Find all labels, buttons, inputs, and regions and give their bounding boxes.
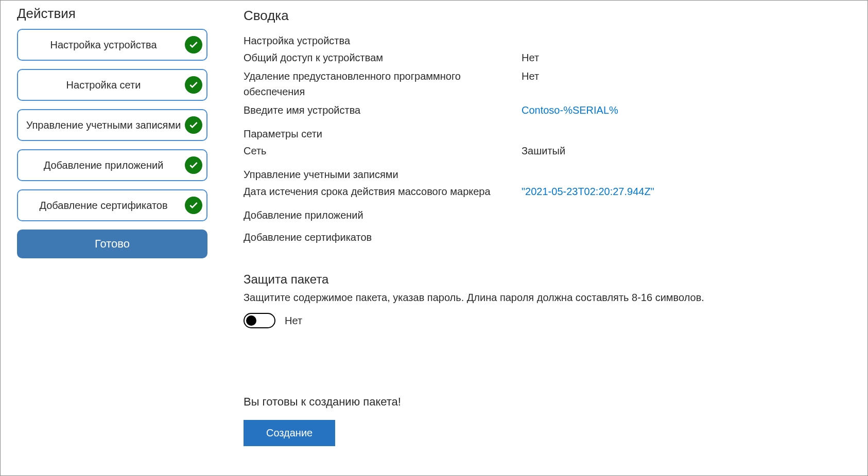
step-network-setup[interactable]: Настройка сети <box>17 69 207 101</box>
actions-sidebar: Действия Настройка устройства Настройка … <box>17 6 207 465</box>
checkmark-icon <box>185 76 202 94</box>
section-certs: Добавление сертификатов <box>244 232 851 243</box>
step-add-apps[interactable]: Добавление приложений <box>17 149 207 181</box>
row-label: Удаление предустановленного программного… <box>244 68 522 99</box>
summary-panel: Сводка Настройка устройства Общий доступ… <box>244 6 851 465</box>
row-label: Дата истечения срока действия массового … <box>244 184 522 199</box>
row-token-expiry: Дата истечения срока действия массового … <box>244 184 851 199</box>
step-label: Добавление сертификатов <box>39 200 167 211</box>
sidebar-title: Действия <box>17 6 207 22</box>
checkmark-icon <box>185 36 202 54</box>
protect-toggle-row: Нет <box>244 313 851 328</box>
ready-button[interactable]: Готово <box>17 230 207 258</box>
ready-text: Вы готовы к созданию пакета! <box>244 395 851 409</box>
row-value: Contoso-%SERIAL% <box>522 102 618 118</box>
step-label: Настройка устройства <box>50 39 157 51</box>
row-label: Сеть <box>244 143 522 158</box>
protect-toggle[interactable] <box>244 313 275 328</box>
step-device-setup[interactable]: Настройка устройства <box>17 29 207 61</box>
row-label: Общий доступ к устройствам <box>244 50 522 65</box>
row-device-name: Введите имя устройства Contoso-%SERIAL% <box>244 102 851 118</box>
row-shared-access: Общий доступ к устройствам Нет <box>244 50 851 65</box>
checkmark-icon <box>185 116 202 134</box>
row-value: Нет <box>522 50 539 65</box>
step-label: Добавление приложений <box>44 160 164 171</box>
checkmark-icon <box>185 156 202 174</box>
row-label: Введите имя устройства <box>244 102 522 118</box>
row-value: Нет <box>522 68 539 99</box>
section-accounts: Управление учетными записями <box>244 169 851 181</box>
protect-description: Защитите содержимое пакета, указав парол… <box>244 292 851 304</box>
row-value: Зашитый <box>522 143 565 158</box>
row-remove-software: Удаление предустановленного программного… <box>244 68 851 99</box>
summary-title: Сводка <box>244 8 851 24</box>
step-label: Управление учетными записями <box>26 119 181 131</box>
create-button[interactable]: Создание <box>244 420 335 446</box>
step-add-certificates[interactable]: Добавление сертификатов <box>17 189 207 221</box>
protect-toggle-label: Нет <box>285 315 302 327</box>
step-label: Настройка сети <box>66 79 141 91</box>
checkmark-icon <box>185 197 202 214</box>
section-apps: Добавление приложений <box>244 209 851 221</box>
row-network: Сеть Зашитый <box>244 143 851 158</box>
section-device-setup: Настройка устройства <box>244 35 851 47</box>
protect-heading: Защита пакета <box>244 272 851 287</box>
section-network: Параметры сети <box>244 128 851 140</box>
toggle-knob <box>246 315 256 326</box>
row-value: "2021-05-23T02:20:27.944Z" <box>522 184 654 199</box>
step-account-management[interactable]: Управление учетными записями <box>17 109 207 141</box>
